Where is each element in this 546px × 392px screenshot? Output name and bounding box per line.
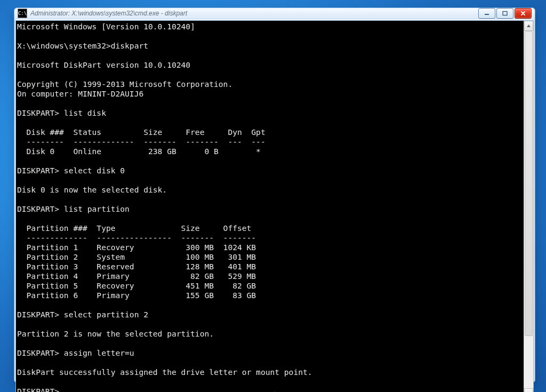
scroll-up-button[interactable] — [524, 21, 533, 31]
svg-rect-0 — [485, 14, 489, 15]
scroll-track[interactable] — [524, 31, 533, 388]
window-controls — [477, 8, 532, 19]
window-title: Administrator: X:\windows\system32\cmd.e… — [30, 10, 477, 17]
scroll-thumb[interactable] — [525, 31, 533, 336]
vertical-scrollbar[interactable] — [524, 21, 533, 392]
maximize-button[interactable] — [496, 8, 513, 19]
client-area: Microsoft Windows [Version 10.0.10240] X… — [15, 20, 534, 392]
titlebar[interactable]: C:\ Administrator: X:\windows\system32\c… — [14, 8, 535, 19]
scroll-down-button[interactable] — [524, 388, 533, 392]
terminal-output[interactable]: Microsoft Windows [Version 10.0.10240] X… — [16, 21, 524, 392]
cmd-window: C:\ Administrator: X:\windows\system32\c… — [14, 7, 535, 383]
minimize-button[interactable] — [478, 8, 495, 19]
close-button[interactable] — [515, 8, 532, 19]
svg-rect-1 — [503, 12, 507, 15]
cmd-icon: C:\ — [18, 9, 27, 18]
